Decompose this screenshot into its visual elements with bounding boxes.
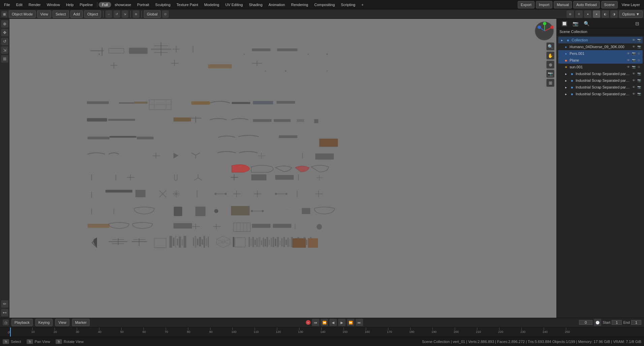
workspace-compositing[interactable]: Compositing [312, 2, 337, 7]
viewport-gizmo[interactable] [535, 22, 554, 40]
btn-manual[interactable]: Manual [554, 1, 572, 8]
eye-icon-collection[interactable]: 👁 [631, 38, 636, 42]
eye-icon-sun[interactable]: 👁 [626, 65, 631, 69]
scale-icon[interactable]: ⇲ [122, 10, 128, 18]
workspace-full[interactable]: Full [99, 2, 111, 7]
workspace-scripting[interactable]: Scripting [338, 2, 358, 7]
workspace-animation[interactable]: Animation [266, 2, 288, 7]
menu-help[interactable]: Help [63, 2, 76, 7]
panel-filter[interactable]: ⊟ [633, 20, 641, 27]
transform-orientation[interactable]: Global [144, 10, 161, 18]
object-menu[interactable]: Object [84, 10, 101, 18]
move-tool[interactable]: ✥ [1, 29, 8, 36]
eye-icon-scrap4[interactable]: 👁 [631, 92, 636, 96]
cam-icon-plane[interactable]: 📷 [631, 58, 636, 63]
btn-export[interactable]: Export [518, 1, 535, 8]
play-reverse-btn[interactable]: ◀ [329, 319, 337, 326]
workspace-shading[interactable]: Shading [246, 2, 265, 7]
gizmo-icon[interactable]: ✛ [575, 10, 583, 18]
outliner-item-pers[interactable]: ● Pers.001 👁 📷 ⊙ [558, 50, 643, 57]
cam-icon-scrap2[interactable]: 📷 [637, 78, 641, 83]
timeline-dot[interactable]: ● [306, 320, 311, 325]
end-frame-input[interactable] [631, 320, 641, 325]
search-view-btn[interactable]: 🔍 [546, 42, 554, 50]
view-menu[interactable]: View [37, 10, 51, 18]
zoom-view-btn[interactable]: ⊕ [546, 61, 554, 69]
outliner[interactable]: ▸ ■ Collection 👁 📷 ● Humano_04Diverse_09… [557, 35, 644, 318]
jump-start-btn[interactable]: ⏮ [312, 319, 319, 326]
jump-end-btn[interactable]: ⏭ [356, 319, 363, 326]
outliner-item-collection[interactable]: ▸ ■ Collection 👁 📷 [558, 37, 643, 43]
outliner-item-scrap4[interactable]: ▸ ■ Industrial Scrap Separated parts Par… [558, 91, 643, 97]
workspace-texture-paint[interactable]: Texture Paint [174, 2, 201, 7]
viewport-shading-1[interactable]: ● [584, 10, 591, 18]
viewport-shading-2[interactable]: ● [593, 10, 600, 18]
scale-tool[interactable]: ⇲ [1, 46, 8, 54]
object-mode-dropdown[interactable]: Object Mode [9, 10, 36, 18]
view-layer-label[interactable]: View Layer [619, 2, 643, 7]
outliner-item-plane[interactable]: ■ Plane 👁 📷 ⊙ [558, 57, 643, 64]
playback-menu[interactable]: Playback [11, 319, 33, 326]
cam-icon-collection[interactable]: 📷 [637, 38, 641, 42]
cursor-tool[interactable]: ⊕ [1, 20, 8, 28]
eye-icon-scrap3[interactable]: 👁 [631, 85, 636, 90]
menu-edit[interactable]: Edit [13, 2, 25, 7]
eye-icon-humano[interactable]: 👁 [631, 44, 636, 49]
cam-icon-scrap3[interactable]: 📷 [637, 85, 641, 90]
outliner-item-scrap1[interactable]: ▸ ■ Industrial Scrap Separated parts Par… [558, 70, 643, 77]
transform-tool[interactable]: ⊞ [1, 55, 8, 63]
start-frame-input[interactable] [612, 320, 622, 325]
panel-tab-view[interactable]: 📷 [571, 20, 580, 27]
btn-auto-reload[interactable]: Auto Reload [573, 1, 600, 8]
menu-render[interactable]: Render [26, 2, 43, 7]
3d-viewport[interactable]: 🔍 ✋ ⊕ 📷 ⊞ [9, 19, 556, 318]
workspace-uv-editing[interactable]: UV Editing [223, 2, 246, 7]
eye-icon-scrap1[interactable]: 👁 [631, 71, 636, 76]
current-frame-input[interactable] [579, 320, 592, 325]
workspace-portrait[interactable]: Portrait [134, 2, 152, 7]
annotate-tool[interactable]: ✏ [1, 300, 8, 308]
timeline-ruler[interactable]: 0 01020304050607080901001101201301401501… [0, 327, 644, 337]
play-btn[interactable]: ▶ [338, 319, 346, 326]
eye-icon-pers[interactable]: 👁 [626, 51, 631, 56]
restrict-icon-pers[interactable]: ⊙ [637, 51, 641, 56]
camera-view-btn[interactable]: 📷 [546, 70, 554, 78]
step-back-btn[interactable]: ⏪ [321, 319, 328, 326]
viewport-shading-4[interactable]: ◑ [610, 10, 618, 18]
step-forward-btn[interactable]: ⏩ [347, 319, 354, 326]
workspace-add-tab[interactable]: + [359, 2, 366, 7]
btn-scene[interactable]: Scene [601, 1, 618, 8]
timeline-scene-icon[interactable]: ◷ [3, 319, 9, 325]
rotate-icon[interactable]: ↺ [114, 10, 120, 18]
marker-menu[interactable]: Marker [72, 319, 90, 326]
menu-window[interactable]: Window [44, 2, 63, 7]
cam-icon-pers[interactable]: 📷 [631, 51, 636, 56]
cam-icon-scrap4[interactable]: 📷 [637, 92, 641, 96]
outliner-item-scrap2[interactable]: ▸ ■ Industrial Scrap Separated parts Par… [558, 77, 643, 84]
restrict-icon-sun[interactable]: ⊙ [637, 65, 641, 69]
eye-icon-plane[interactable]: 👁 [626, 58, 631, 63]
viewport-options[interactable]: Options ▼ [619, 10, 643, 18]
grid-view-btn[interactable]: ⊞ [546, 79, 554, 87]
hand-view-btn[interactable]: ✋ [546, 51, 554, 60]
panel-tab-scene[interactable]: 🔲 [559, 20, 569, 27]
outliner-item-sun[interactable]: ☀ sun.001 👁 📷 ⊙ [558, 64, 643, 70]
keying-menu[interactable]: Keying [35, 319, 53, 326]
panel-search[interactable]: 🔍 [582, 20, 591, 27]
workspace-modeling[interactable]: Modeling [201, 2, 222, 7]
eye-icon-scrap2[interactable]: 👁 [631, 78, 636, 83]
mode-icon-mesh[interactable]: ▦ [1, 11, 7, 17]
rotate-tool[interactable]: ↺ [1, 38, 8, 45]
transform-icon[interactable]: ↔ [105, 10, 112, 18]
add-menu[interactable]: Add [70, 10, 83, 18]
workspace-sculpting[interactable]: Sculpting [153, 2, 173, 7]
measure-tool[interactable]: ⊷ [1, 309, 8, 316]
snap-icon[interactable]: ⊛ [133, 10, 139, 18]
outliner-item-humano[interactable]: ● Humano_04Diverse_09_30K.000 👁 📷 [558, 43, 643, 50]
menu-file[interactable]: File [1, 2, 13, 7]
pivot-icon[interactable]: ⊙ [162, 10, 169, 18]
viewport-shading-3[interactable]: ◐ [602, 10, 609, 18]
select-menu[interactable]: Select [53, 10, 69, 18]
view-menu-timeline[interactable]: View [55, 319, 69, 326]
cam-icon-humano[interactable]: 📷 [637, 44, 641, 49]
